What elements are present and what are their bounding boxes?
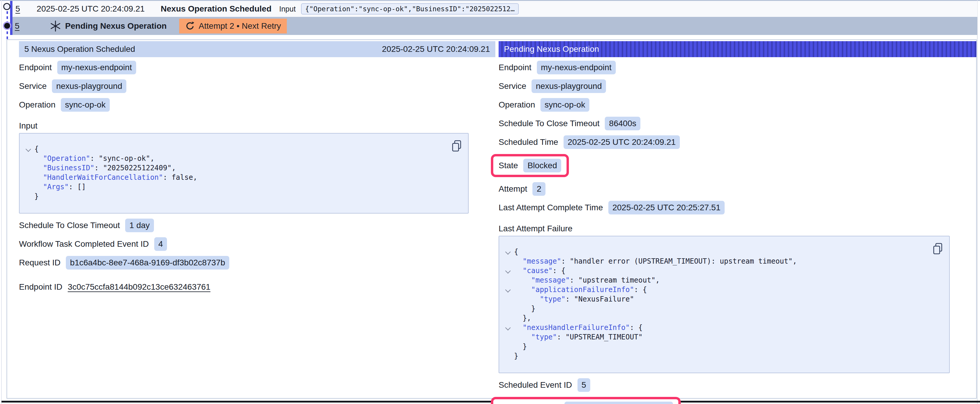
code-line-text: }, <box>514 314 531 323</box>
pending-operation-panel: Pending Nexus Operation Endpoint my-nexu… <box>499 41 977 404</box>
field-value-chip: nexus-playground <box>531 79 606 93</box>
field-row-operation: Operation sync-op-ok <box>499 98 977 112</box>
field-row-attempt: Attempt 2 <box>499 182 977 196</box>
right-edge-line <box>977 0 978 404</box>
field-value-chip: my-nexus-endpoint <box>57 61 136 74</box>
collapse-chevron-icon[interactable] <box>24 144 34 154</box>
field-value-chip: 86400s <box>605 117 640 130</box>
pending-nexus-operation-row[interactable]: 5 Pending Nexus Operation Attempt 2 • Ne… <box>13 17 977 35</box>
field-label: Endpoint <box>19 63 52 72</box>
code-line-text: "cause": { <box>514 266 565 276</box>
field-row-schedule-to-close: Schedule To Close Timeout 1 day <box>19 219 495 232</box>
chevron-spacer <box>503 257 514 266</box>
field-label: Request ID <box>19 258 60 268</box>
chevron-spacer <box>503 276 514 285</box>
field-value-chip: 4 <box>154 237 167 251</box>
panel-title: Pending Nexus Operation <box>504 44 599 54</box>
code-line-text: } <box>514 351 518 361</box>
chevron-spacer <box>503 304 514 314</box>
field-row-state: State Blocked <box>499 154 977 177</box>
code-line-text: "type": "UPSTREAM_TIMEOUT" <box>514 332 643 342</box>
left-edge-line <box>1 0 2 404</box>
field-row-blocked-reason: Blocked Reason The circuit breaker is op… <box>499 397 977 404</box>
event-input-label: Input <box>279 5 296 13</box>
copy-icon[interactable] <box>932 243 943 255</box>
collapse-chevron-icon[interactable] <box>503 285 514 295</box>
field-label: Operation <box>499 100 535 109</box>
code-line-text: { <box>514 247 518 257</box>
event-details-container: 5 Nexus Operation Scheduled 2025-02-25 U… <box>6 40 977 399</box>
field-label: Attempt <box>499 184 527 194</box>
chevron-spacer <box>24 192 34 201</box>
field-row-service: Service nexus-playground <box>499 79 977 93</box>
field-value-chip: my-nexus-endpoint <box>537 61 616 74</box>
field-value-chip: b1c6a4bc-8ee7-468a-9169-df3b02c8737b <box>66 256 229 269</box>
chevron-spacer <box>24 173 34 182</box>
code-line-text: "HandlerWaitForCancellation": false, <box>34 173 197 182</box>
chevron-spacer <box>24 154 34 163</box>
event-title: Nexus Operation Scheduled <box>161 4 271 14</box>
chevron-spacer <box>503 351 514 361</box>
code-line-text: "Args": [] <box>34 182 86 192</box>
code-line-text: "type": "NexusFailure" <box>514 295 634 304</box>
field-row-endpoint: Endpoint my-nexus-endpoint <box>19 61 495 74</box>
field-label: Workflow Task Completed Event ID <box>19 239 149 249</box>
field-label: Last Attempt Complete Time <box>499 203 603 212</box>
state-highlight-annotation: State Blocked <box>491 154 569 177</box>
event-row-nexus-operation-scheduled[interactable]: 5 2025-02-25 UTC 20:24:09.21 Nexus Opera… <box>13 1 977 17</box>
input-section-label: Input <box>19 121 495 131</box>
field-label: Operation <box>19 100 56 109</box>
workflow-event-history-screen: 5 2025-02-25 UTC 20:24:09.21 Nexus Opera… <box>0 0 980 404</box>
field-value-chip: sync-op-ok <box>61 98 110 112</box>
field-row-service: Service nexus-playground <box>19 79 495 93</box>
field-value-chip: 5 <box>578 378 590 392</box>
last-attempt-failure-label: Last Attempt Failure <box>499 224 977 233</box>
input-json-viewer: { "Operation": "sync-op-ok", "BusinessID… <box>19 133 469 214</box>
failure-json-viewer: { "message": "handler error (UPSTREAM_TI… <box>499 236 950 373</box>
collapse-chevron-icon[interactable] <box>503 323 514 332</box>
field-label: Service <box>19 81 46 91</box>
field-label: Scheduled Time <box>499 138 558 147</box>
field-value-chip: 2025-02-25 UTC 20:24:09.21 <box>563 135 680 149</box>
field-value-chip: 1 day <box>125 219 154 232</box>
code-line-text: "message": "handler error (UPSTREAM_TIME… <box>514 257 797 266</box>
code-line-text: "BusinessID": "20250225122409", <box>34 163 176 173</box>
field-label: Service <box>499 81 526 91</box>
field-row-scheduled-event-id: Scheduled Event ID 5 <box>499 378 977 392</box>
field-label: Endpoint ID <box>19 282 62 292</box>
selected-row-accent-bar <box>10 1 13 35</box>
code-line-text: "Operation": "sync-op-ok", <box>34 154 154 163</box>
blocked-reason-value-chip: The circuit breaker is open. <box>565 402 673 404</box>
pending-event-id-link[interactable]: 5 <box>15 21 19 31</box>
field-row-request-id: Request ID b1c6a4bc-8ee7-468a-9169-df3b0… <box>19 256 495 269</box>
retry-status-badge: Attempt 2 • Next Retry <box>179 19 287 33</box>
json-code: { "message": "handler error (UPSTREAM_TI… <box>503 247 931 361</box>
code-line-text: } <box>514 342 527 351</box>
field-row-schedule-to-close: Schedule To Close Timeout 86400s <box>499 117 977 130</box>
scheduled-event-panel: 5 Nexus Operation Scheduled 2025-02-25 U… <box>19 41 495 299</box>
field-value-chip: 2025-02-25 UTC 20:25:27.51 <box>608 201 725 214</box>
field-value-chip: sync-op-ok <box>541 98 589 112</box>
pending-operation-panel-header: Pending Nexus Operation <box>499 41 977 57</box>
copy-icon[interactable] <box>452 140 462 152</box>
event-id-link[interactable]: 5 <box>16 4 20 14</box>
collapse-chevron-icon[interactable] <box>503 266 514 276</box>
timeline-current-event-dot-icon <box>4 23 10 29</box>
panel-timestamp: 2025-02-25 UTC 20:24:09.21 <box>382 44 490 54</box>
timeline-event-circle-icon <box>3 3 10 10</box>
field-label: Scheduled Event ID <box>499 380 572 390</box>
event-timestamp: 2025-02-25 UTC 20:24:09.21 <box>37 4 145 14</box>
json-code: { "Operation": "sync-op-ok", "BusinessID… <box>24 144 450 201</box>
pending-operation-title: Pending Nexus Operation <box>65 21 167 31</box>
code-line-text: "message": "upstream timeout", <box>514 276 660 285</box>
nexus-asterisk-icon <box>50 21 61 32</box>
endpoint-id-link[interactable]: 3c0c75ccfa8144b092c13ce632463761 <box>68 282 210 292</box>
blocked-reason-highlight-annotation: Blocked Reason The circuit breaker is op… <box>491 397 681 404</box>
field-label: Endpoint <box>499 63 531 72</box>
state-value-chip: Blocked <box>523 159 561 173</box>
chevron-spacer <box>503 295 514 304</box>
scheduled-event-panel-header: 5 Nexus Operation Scheduled 2025-02-25 U… <box>19 41 495 57</box>
field-row-operation: Operation sync-op-ok <box>19 98 495 112</box>
code-line-text: } <box>514 304 535 314</box>
collapse-chevron-icon[interactable] <box>503 247 514 257</box>
